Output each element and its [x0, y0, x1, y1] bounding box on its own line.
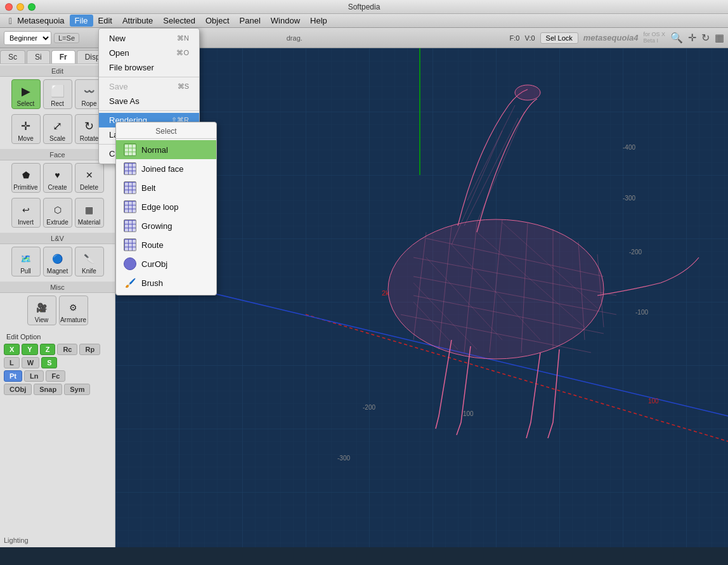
menu-attribute[interactable]: Attribute: [117, 15, 158, 27]
rc-btn[interactable]: Rc: [57, 344, 77, 355]
tool-scale[interactable]: ⤢ Scale: [43, 114, 72, 144]
level-select[interactable]: Beginner: [4, 31, 51, 45]
invert-icon: ↩: [17, 201, 35, 219]
tool-pull-label: Pull: [20, 268, 31, 275]
select-normal[interactable]: Normal: [116, 140, 216, 159]
menu-metasequoia[interactable]: Metasequoia: [12, 15, 69, 27]
armature-icon: ⚙: [65, 299, 82, 316]
tab-sc[interactable]: Sc: [0, 50, 25, 63]
tool-move[interactable]: ✛ Move: [11, 114, 41, 144]
select-edge-loop[interactable]: Edge loop: [116, 197, 216, 216]
tool-primitive-label: Primitive: [13, 184, 37, 191]
tool-primitive[interactable]: ⬟ Primitive: [11, 163, 41, 193]
v-stat: V:0: [524, 34, 535, 42]
tool-rect-label: Rect: [51, 100, 64, 107]
tool-armature-label: Armature: [60, 316, 86, 323]
maximize-button[interactable]: [28, 3, 36, 11]
rp-btn[interactable]: Rp: [79, 344, 100, 355]
menu-file-browser[interactable]: File browser: [99, 60, 199, 75]
belt-icon: [124, 181, 136, 194]
face-tools-2: ↩ Invert ⬡ Extrude ▦ Material: [0, 195, 115, 230]
minimize-button[interactable]: [16, 3, 24, 11]
select-growing[interactable]: Growing: [116, 216, 216, 235]
rect-icon: ⬜: [49, 82, 67, 100]
zoom-in-icon[interactable]: 🔍: [670, 32, 683, 44]
curobj-icon: [124, 257, 136, 270]
normal-icon: [124, 143, 136, 156]
magnet-icon: 🔵: [49, 250, 67, 268]
tool-magnet[interactable]: 🔵 Magnet: [43, 247, 72, 276]
w-btn[interactable]: W: [22, 357, 39, 368]
menu-panel[interactable]: Panel: [235, 15, 266, 27]
z-btn[interactable]: Z: [40, 344, 56, 355]
joined-face-icon: [124, 162, 136, 175]
snap-btn[interactable]: Snap: [34, 384, 62, 395]
tool-pull[interactable]: 🗺️ Pull: [11, 247, 41, 276]
tool-move-label: Move: [18, 135, 33, 142]
traffic-lights: [5, 3, 36, 11]
view-options-icon[interactable]: ▦: [715, 32, 724, 44]
x-btn[interactable]: X: [4, 344, 20, 355]
tool-select[interactable]: ▶ Select: [11, 79, 41, 109]
tool-rect[interactable]: ⬜ Rect: [43, 79, 72, 109]
select-growing-label: Growing: [141, 221, 172, 231]
pt-btn[interactable]: Pt: [4, 370, 22, 382]
menu-bar:  Metasequoia File Edit Attribute Select…: [0, 14, 728, 28]
select-brush[interactable]: 🖌️ Brush: [116, 273, 216, 292]
tool-delete[interactable]: ✕ Delete: [75, 163, 104, 193]
sym-btn[interactable]: Sym: [64, 384, 90, 395]
select-curobj[interactable]: CurObj: [116, 254, 216, 273]
sel-lock-button[interactable]: Sel Lock: [540, 32, 578, 44]
tool-scale-label: Scale: [49, 135, 65, 142]
menu-open[interactable]: Open ⌘O: [99, 46, 199, 60]
misc-section: Misc 🎥 View ⚙ Armature: [0, 280, 115, 329]
menu-edit[interactable]: Edit: [93, 15, 117, 27]
select-joined-face[interactable]: Joined face: [116, 159, 216, 178]
rotate-icon: ↻: [81, 117, 98, 135]
lv-tools: 🗺️ Pull 🔵 Magnet 🔪 Knife: [0, 244, 115, 279]
tool-material[interactable]: ▦ Material: [75, 198, 104, 228]
menu-help[interactable]: Help: [305, 15, 332, 27]
select-submenu-title: Select: [116, 125, 216, 139]
move-icon[interactable]: ✛: [688, 32, 696, 44]
select-submenu: Select Normal Joined face Belt Edge loop…: [115, 122, 217, 295]
l-btn[interactable]: L: [4, 357, 20, 368]
menu-separator-2: [99, 110, 199, 111]
tool-invert[interactable]: ↩ Invert: [11, 198, 41, 228]
tab-si[interactable]: Si: [27, 50, 50, 63]
tab-fr[interactable]: Fr: [51, 50, 75, 63]
menu-save-as[interactable]: Save As: [99, 94, 199, 108]
svg-text:-100: -100: [635, 309, 648, 316]
menu-window[interactable]: Window: [266, 15, 305, 27]
tool-armature[interactable]: ⚙ Armature: [59, 295, 88, 325]
tool-view[interactable]: 🎥 View: [27, 295, 56, 325]
y-btn[interactable]: Y: [22, 344, 37, 355]
edit-section-title: Edit: [0, 65, 115, 77]
menu-new[interactable]: New ⌘N: [99, 31, 199, 46]
edge-loop-icon: [124, 200, 136, 213]
xyz-row: X Y Z Rc Rp: [4, 344, 111, 355]
f-stat: F:0: [510, 34, 520, 42]
fc-btn[interactable]: Fc: [46, 370, 65, 382]
select-route[interactable]: Route: [116, 235, 216, 254]
brush-icon: 🖌️: [124, 276, 136, 289]
menu-file[interactable]: File: [70, 15, 93, 27]
tool-create-label: Create: [48, 184, 67, 191]
tool-select-label: Select: [17, 100, 35, 107]
ln-btn[interactable]: Ln: [24, 370, 44, 382]
select-belt[interactable]: Belt: [116, 178, 216, 197]
beta-label: Beta I: [643, 38, 665, 44]
edit-section: Edit ▶ Select ⬜ Rect 〰️ Rope ✛ Move: [0, 64, 115, 148]
menu-object[interactable]: Object: [200, 15, 235, 27]
tool-extrude[interactable]: ⬡ Extrude: [43, 198, 72, 228]
primitive-icon: ⬟: [17, 166, 35, 184]
tool-invert-label: Invert: [18, 219, 34, 226]
cobj-btn[interactable]: CObj: [4, 384, 32, 395]
tool-create[interactable]: ♥ Create: [43, 163, 72, 193]
rotate-icon[interactable]: ↻: [701, 32, 710, 44]
s-btn[interactable]: S: [41, 357, 57, 368]
select-brush-label: Brush: [141, 278, 163, 288]
close-button[interactable]: [5, 3, 13, 11]
menu-selected[interactable]: Selected: [158, 15, 200, 27]
tool-knife[interactable]: 🔪 Knife: [75, 247, 104, 276]
